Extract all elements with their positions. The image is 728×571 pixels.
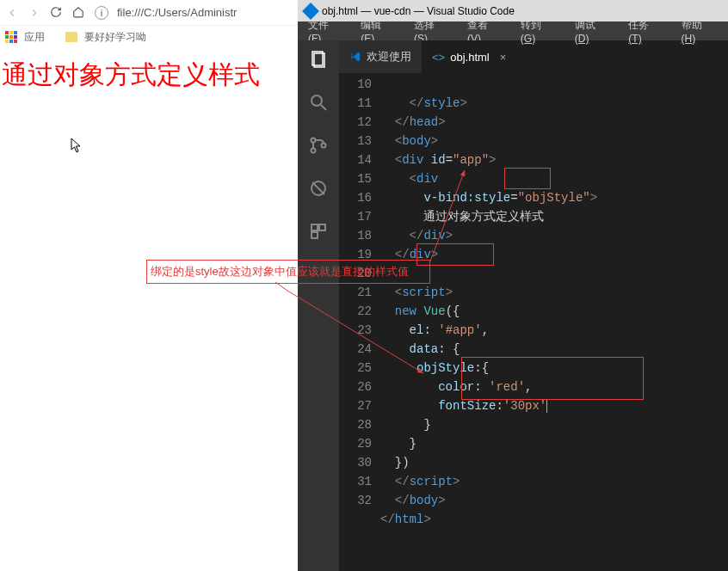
forward-icon[interactable] — [28, 6, 41, 20]
bookmark-bar: 应用 要好好学习呦 — [0, 26, 298, 48]
site-info-icon[interactable]: i — [95, 6, 108, 20]
home-icon[interactable] — [72, 6, 86, 20]
debug-icon[interactable] — [308, 178, 329, 199]
svg-point-9 — [322, 144, 326, 148]
apps-icon[interactable] — [5, 31, 17, 43]
back-icon[interactable] — [5, 6, 19, 20]
svg-point-5 — [312, 95, 322, 106]
vscode-window: obj.html — vue-cdn — Visual Studio Code … — [298, 0, 728, 571]
cursor-icon — [71, 138, 83, 157]
folder-icon — [65, 32, 77, 42]
vscode-titlebar: obj.html — vue-cdn — Visual Studio Code — [298, 0, 728, 21]
browser-toolbar: i file:///C:/Users/Administr — [0, 0, 298, 26]
code-area[interactable]: </style> </head> <body> <div id="app"> <… — [380, 73, 728, 571]
editor[interactable]: 1011121314151617181920212223242526272829… — [339, 73, 728, 571]
vscode-logo-icon — [302, 3, 319, 20]
annotation-note: 绑定的是style故这边对象中值应该就是直接的样式值 — [146, 260, 430, 284]
svg-line-6 — [321, 105, 326, 110]
apps-label[interactable]: 应用 — [24, 30, 45, 45]
line-gutter: 1011121314151617181920212223242526272829… — [339, 73, 380, 571]
bookmark-folder[interactable]: 要好好学习呦 — [84, 30, 146, 45]
svg-point-8 — [312, 149, 316, 153]
vscode-icon — [349, 51, 361, 63]
close-icon[interactable]: × — [500, 51, 507, 64]
tab-obj-html[interactable]: <> obj.html × — [422, 40, 516, 73]
activity-bar — [298, 40, 339, 571]
tab-welcome[interactable]: 欢迎使用 — [339, 40, 422, 73]
explorer-icon[interactable] — [308, 49, 329, 70]
reload-icon[interactable] — [50, 6, 64, 20]
search-icon[interactable] — [308, 92, 329, 113]
browser-window: i file:///C:/Users/Administr 应用 要好好学习呦 通… — [0, 0, 298, 571]
source-control-icon[interactable] — [308, 135, 329, 156]
page-output-text: 通过对象方式定义样式 — [0, 48, 298, 101]
caret — [546, 399, 547, 413]
tab-bar: 欢迎使用 <> obj.html × — [339, 40, 728, 73]
svg-point-7 — [312, 138, 316, 143]
annotation-rect-style — [504, 168, 551, 189]
svg-line-11 — [312, 182, 324, 194]
svg-rect-13 — [319, 224, 325, 230]
svg-rect-12 — [312, 224, 318, 230]
svg-rect-14 — [312, 232, 318, 238]
address-bar[interactable]: file:///C:/Users/Administr — [117, 6, 237, 19]
title-text: obj.html — vue-cdn — Visual Studio Code — [322, 5, 515, 17]
menubar: 文件(F) 编辑(E) 选择(S) 查看(V) 转到(G) 调试(D) 任务(T… — [298, 21, 728, 40]
extensions-icon[interactable] — [308, 221, 329, 242]
